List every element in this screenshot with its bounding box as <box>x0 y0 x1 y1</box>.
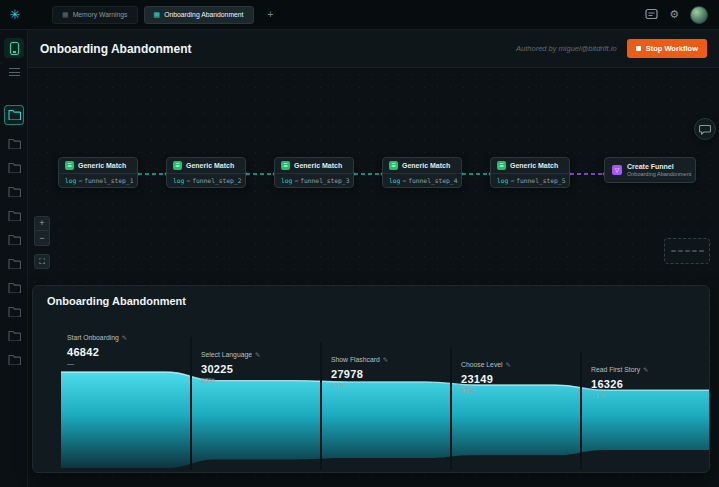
device-icon <box>10 42 19 55</box>
stage-conversion: — <box>67 360 185 367</box>
minimap[interactable] <box>664 238 710 264</box>
funnel-stage: Select Language✎3022565% <box>201 343 319 384</box>
app-window: ✳ ▦ Memory Warnings ▦ Onboarding Abandon… <box>0 0 719 487</box>
main-area: Onboarding Abandonment Authored by migue… <box>28 30 719 487</box>
create-funnel-node[interactable]: ▽Create FunnelOnboarding Abandonment <box>604 157 696 183</box>
folder-icon <box>8 135 21 153</box>
generic-match-node[interactable]: ☰Generic Matchlog=funnel_step_5 <box>490 157 570 188</box>
stop-icon <box>636 46 641 51</box>
tab-onboarding-abandonment[interactable]: ▦ Onboarding Abandonment <box>144 6 254 24</box>
generic-match-node[interactable]: ☰Generic Matchlog=funnel_step_3 <box>274 157 354 188</box>
sidebar-folder[interactable] <box>0 324 28 348</box>
funnel-icon: ▽ <box>612 165 622 175</box>
topbar-actions: ⚙ <box>645 6 719 24</box>
node-condition: log=funnel_step_2 <box>167 173 245 187</box>
generic-match-node[interactable]: ☰Generic Matchlog=funnel_step_4 <box>382 157 462 188</box>
sidebar-folder[interactable] <box>0 102 28 128</box>
stage-value: 23149 <box>461 373 579 385</box>
settings-gear-icon[interactable]: ⚙ <box>669 9 679 20</box>
tab-label: Memory Warnings <box>73 11 128 18</box>
match-icon: ☰ <box>173 161 182 170</box>
workflow-header: Onboarding Abandonment Authored by migue… <box>28 30 719 68</box>
comments-fab[interactable] <box>694 118 716 140</box>
page-title: Onboarding Abandonment <box>40 42 192 56</box>
sidebar-folder[interactable] <box>0 228 28 252</box>
stage-divider <box>190 337 192 470</box>
stage-divider <box>450 347 452 470</box>
sidebar-folder[interactable] <box>0 276 28 300</box>
funnel-chart: Start Onboarding✎46842—Select Language✎3… <box>33 314 709 472</box>
top-bar: ✳ ▦ Memory Warnings ▦ Onboarding Abandon… <box>0 0 719 30</box>
tab-strip: ▦ Memory Warnings ▦ Onboarding Abandonme… <box>52 6 278 24</box>
generic-match-node[interactable]: ☰Generic Matchlog=funnel_step_2 <box>166 157 246 188</box>
edit-pencil-icon[interactable]: ✎ <box>383 356 388 363</box>
tab-memory-warnings[interactable]: ▦ Memory Warnings <box>52 6 138 24</box>
funnel-stage: Show Flashcard✎2797893% <box>331 348 449 389</box>
folder-icon <box>8 183 21 201</box>
workflow-tab-icon: ▦ <box>62 11 69 18</box>
stage-conversion: 93% <box>331 382 449 389</box>
authored-by-text: Authored by miguel@bitdrift.io <box>516 44 617 53</box>
funnel-result-panel: Onboarding Abandonment Start Onboarding✎… <box>32 285 710 473</box>
node-condition: log=funnel_step_5 <box>491 173 569 187</box>
stage-value: 27978 <box>331 368 449 380</box>
match-icon: ☰ <box>497 161 506 170</box>
user-avatar[interactable] <box>690 6 708 24</box>
stage-name: Show Flashcard <box>331 356 380 363</box>
workflow-canvas[interactable]: ☰Generic Matchlog=funnel_step_1☰Generic … <box>28 68 719 487</box>
left-sidebar <box>0 30 28 487</box>
node-title: Generic Match <box>78 162 126 169</box>
sidebar-folder[interactable] <box>0 180 28 204</box>
funnel-stage: Read First Story✎1632671% <box>591 358 709 399</box>
stage-name: Choose Level <box>461 361 503 368</box>
node-title: Generic Match <box>402 162 450 169</box>
sidebar-item-list[interactable] <box>0 60 28 84</box>
folder-icon <box>8 255 21 273</box>
folder-icon <box>8 303 21 321</box>
sidebar-folder[interactable] <box>0 204 28 228</box>
sidebar-folder[interactable] <box>0 300 28 324</box>
edit-pencil-icon[interactable]: ✎ <box>122 334 127 341</box>
sidebar-folder[interactable] <box>0 252 28 276</box>
sidebar-folder[interactable] <box>0 348 28 372</box>
edit-pencil-icon[interactable]: ✎ <box>506 361 511 368</box>
stage-value: 46842 <box>67 346 185 358</box>
folder-icon <box>8 351 21 369</box>
node-title: Generic Match <box>510 162 558 169</box>
node-subtitle: Onboarding Abandonment <box>627 171 691 177</box>
node-title: Create Funnel <box>627 163 691 170</box>
match-icon: ☰ <box>281 161 290 170</box>
stage-divider <box>580 352 582 470</box>
stage-name: Select Language <box>201 351 252 358</box>
app-logo-icon[interactable]: ✳ <box>0 8 30 21</box>
generic-match-node[interactable]: ☰Generic Matchlog=funnel_step_1 <box>58 157 138 188</box>
stage-conversion: 83% <box>461 387 579 394</box>
zoom-fit-button[interactable]: ⛶ <box>34 254 50 269</box>
match-icon: ☰ <box>65 161 74 170</box>
messages-icon[interactable] <box>645 6 658 24</box>
node-condition: log=funnel_step_1 <box>59 173 137 187</box>
folder-icon <box>8 327 21 345</box>
match-icon: ☰ <box>389 161 398 170</box>
funnel-panel-title: Onboarding Abandonment <box>47 295 186 307</box>
zoom-out-button[interactable]: − <box>34 231 50 246</box>
stage-name: Read First Story <box>591 366 640 373</box>
folder-icon <box>8 159 21 177</box>
folder-list <box>0 102 28 372</box>
sidebar-folder[interactable] <box>0 156 28 180</box>
new-tab-button[interactable]: + <box>264 9 278 20</box>
node-condition: log=funnel_step_3 <box>275 173 353 187</box>
stage-name: Start Onboarding <box>67 334 119 341</box>
edit-pencil-icon[interactable]: ✎ <box>255 351 260 358</box>
workflow-tab-icon: ▦ <box>154 11 161 18</box>
node-title: Generic Match <box>294 162 342 169</box>
stop-workflow-button[interactable]: Stop Workflow <box>627 39 707 58</box>
zoom-in-button[interactable]: + <box>34 216 50 231</box>
zoom-controls: + − ⛶ <box>34 216 50 269</box>
sidebar-folder[interactable] <box>0 132 28 156</box>
node-condition: log=funnel_step_4 <box>383 173 461 187</box>
comment-icon <box>699 124 711 135</box>
edit-pencil-icon[interactable]: ✎ <box>643 366 648 373</box>
stage-divider <box>320 342 322 470</box>
sidebar-item-devices[interactable] <box>0 36 28 60</box>
